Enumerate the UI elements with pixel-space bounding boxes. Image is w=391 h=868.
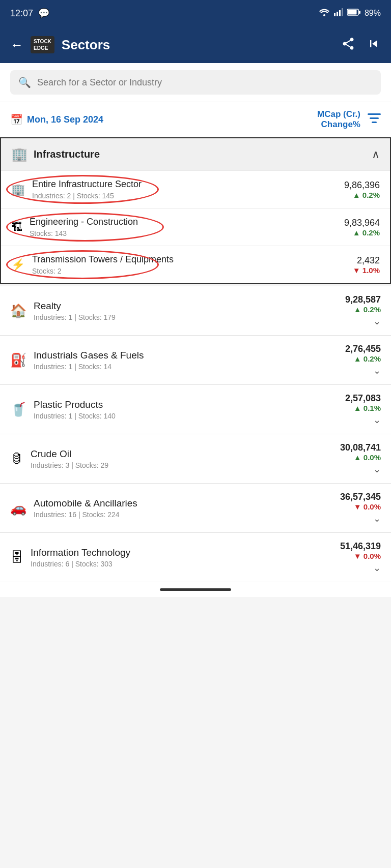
filter-icon[interactable] <box>368 112 381 127</box>
svg-rect-2 <box>337 12 338 16</box>
svg-rect-7 <box>359 11 360 14</box>
infrastructure-header[interactable]: 🏢 Infrastructure ∧ <box>1 138 390 170</box>
sub-change-3: ▼ 1.0% <box>353 266 380 275</box>
industrials-name: Industrials Gases & Fuels <box>34 350 144 361</box>
sector-infrastructure: 🏢 Infrastructure ∧ 🏢 Entire Infrastructu… <box>0 137 391 284</box>
date-mcap-row: 📅 Mon, 16 Sep 2024 MCap (Cr.)Change% <box>0 102 391 137</box>
sub-info-3: Transmission Towers / Equipments Stocks:… <box>32 254 353 275</box>
sector-realty[interactable]: 🏠 Realty Industries: 1 | Stocks: 179 9,2… <box>0 286 391 336</box>
auto-icon: 🚗 <box>10 500 26 516</box>
crude-left: 🛢 Crude Oil Industries: 3 | Stocks: 29 <box>10 448 108 469</box>
infrastructure-icon: 🏢 <box>11 146 27 162</box>
svg-rect-9 <box>370 117 379 119</box>
search-container: 🔍 <box>0 63 391 102</box>
sub-icon-2: 🏗 <box>11 221 22 234</box>
sub-item-engineering[interactable]: 🏗 Engineering - Construction Stocks: 143… <box>1 208 390 246</box>
it-chevron: ⌄ <box>340 562 381 574</box>
auto-right: 36,57,345 ▼ 0.0% ⌄ <box>340 492 381 524</box>
mcap-label: MCap (Cr.)Change% <box>317 109 360 130</box>
industrials-info: Industrials Gases & Fuels Industries: 1 … <box>34 350 144 371</box>
sub-right-2: 9,83,964 ▲ 0.2% <box>344 218 380 237</box>
sector-automobile[interactable]: 🚗 Automobile & Ancillaries Industries: 1… <box>0 484 391 533</box>
realty-meta: Industries: 1 | Stocks: 179 <box>34 313 116 321</box>
auto-change: ▼ 0.0% <box>340 502 381 511</box>
sub-name-1: Entire Infrastructure Sector <box>32 179 344 190</box>
status-bar: 12:07 💬 89% <box>0 0 391 26</box>
sector-plastic[interactable]: 🥤 Plastic Products Industries: 1 | Stock… <box>0 385 391 434</box>
it-right: 51,46,319 ▼ 0.0% ⌄ <box>340 541 381 574</box>
search-icon: 🔍 <box>18 76 31 88</box>
sub-item-transmission[interactable]: ⚡ Transmission Towers / Equipments Stock… <box>1 246 390 283</box>
it-left: 🗄 Information Technology Industries: 6 |… <box>10 547 130 568</box>
plastic-name: Plastic Products <box>34 399 116 410</box>
whatsapp-icon: 💬 <box>38 8 49 19</box>
crude-right: 30,08,741 ▲ 0.0% ⌄ <box>340 442 381 475</box>
app-logo: STOCK EDGE <box>31 36 54 53</box>
date-display[interactable]: 📅 Mon, 16 Sep 2024 <box>10 113 103 126</box>
it-name: Information Technology <box>31 547 130 558</box>
plastic-left: 🥤 Plastic Products Industries: 1 | Stock… <box>10 399 116 420</box>
search-input[interactable] <box>37 77 373 88</box>
auto-meta: Industries: 16 | Stocks: 224 <box>34 511 137 519</box>
sub-right-1: 9,86,396 ▲ 0.2% <box>344 180 380 199</box>
auto-mcap: 36,57,345 <box>340 492 381 502</box>
sector-industrials[interactable]: ⛽ Industrials Gases & Fuels Industries: … <box>0 336 391 385</box>
industrials-right: 2,76,455 ▲ 0.2% ⌄ <box>345 344 381 376</box>
infrastructure-chevron-up: ∧ <box>372 148 380 161</box>
plastic-right: 2,57,083 ▲ 0.1% ⌄ <box>345 393 381 426</box>
back-button[interactable]: ← <box>10 37 23 53</box>
home-bar <box>160 588 231 591</box>
search-wrap[interactable]: 🔍 <box>10 70 381 95</box>
plastic-icon: 🥤 <box>10 402 26 417</box>
sub-mcap-1: 9,86,396 <box>344 180 380 191</box>
industrials-change: ▲ 0.2% <box>345 354 381 363</box>
sub-change-2: ▲ 0.2% <box>344 228 380 237</box>
svg-rect-6 <box>348 10 356 15</box>
sector-crude-oil[interactable]: 🛢 Crude Oil Industries: 3 | Stocks: 29 3… <box>0 434 391 484</box>
calendar-icon: 📅 <box>10 113 23 126</box>
sub-meta-1: Industries: 2 | Stocks: 145 <box>32 192 344 200</box>
crude-info: Crude Oil Industries: 3 | Stocks: 29 <box>31 448 108 469</box>
sub-right-3: 2,432 ▼ 1.0% <box>353 255 380 275</box>
battery-percent: 89% <box>365 9 381 18</box>
wifi-icon <box>319 8 330 18</box>
realty-right: 9,28,587 ▲ 0.2% ⌄ <box>345 294 381 327</box>
sub-name-3: Transmission Towers / Equipments <box>32 254 353 265</box>
battery-icon <box>347 9 360 18</box>
sub-item-left-3: ⚡ Transmission Towers / Equipments Stock… <box>11 254 353 275</box>
sub-icon-1: 🏢 <box>11 183 25 196</box>
crude-mcap: 30,08,741 <box>340 442 381 453</box>
plastic-mcap: 2,57,083 <box>345 393 381 404</box>
it-icon: 🗄 <box>10 550 23 565</box>
realty-change: ▲ 0.2% <box>345 305 381 314</box>
sub-icon-3: ⚡ <box>11 258 25 272</box>
plastic-meta: Industries: 1 | Stocks: 140 <box>34 412 116 420</box>
status-left: 12:07 💬 <box>10 8 49 19</box>
auto-chevron: ⌄ <box>340 513 381 524</box>
signal-icon <box>334 8 343 18</box>
realty-info: Realty Industries: 1 | Stocks: 179 <box>34 301 116 321</box>
share-icon[interactable] <box>341 37 355 53</box>
plastic-chevron: ⌄ <box>345 414 381 426</box>
it-meta: Industries: 6 | Stocks: 303 <box>31 560 130 568</box>
status-right: 89% <box>319 8 381 18</box>
rewind-icon[interactable] <box>367 37 381 53</box>
sub-meta-2: Stocks: 143 <box>30 229 344 237</box>
sub-item-infrastructure-sector[interactable]: 🏢 Entire Infrastructure Sector Industrie… <box>1 170 390 208</box>
industrials-left: ⛽ Industrials Gases & Fuels Industries: … <box>10 350 144 371</box>
crude-icon: 🛢 <box>10 451 23 467</box>
realty-left: 🏠 Realty Industries: 1 | Stocks: 179 <box>10 301 116 321</box>
industrials-meta: Industries: 1 | Stocks: 14 <box>34 363 144 371</box>
svg-rect-1 <box>334 13 336 16</box>
svg-point-0 <box>323 14 325 16</box>
crude-chevron: ⌄ <box>340 464 381 475</box>
industrials-chevron: ⌄ <box>345 365 381 376</box>
realty-chevron: ⌄ <box>345 316 381 327</box>
sector-it[interactable]: 🗄 Information Technology Industries: 6 |… <box>0 533 391 582</box>
sub-item-left-1: 🏢 Entire Infrastructure Sector Industrie… <box>11 179 344 200</box>
svg-rect-4 <box>342 8 343 16</box>
svg-rect-8 <box>368 113 381 115</box>
auto-info: Automobile & Ancillaries Industries: 16 … <box>34 498 137 519</box>
auto-left: 🚗 Automobile & Ancillaries Industries: 1… <box>10 498 137 519</box>
sub-info-1: Entire Infrastructure Sector Industries:… <box>32 179 344 200</box>
